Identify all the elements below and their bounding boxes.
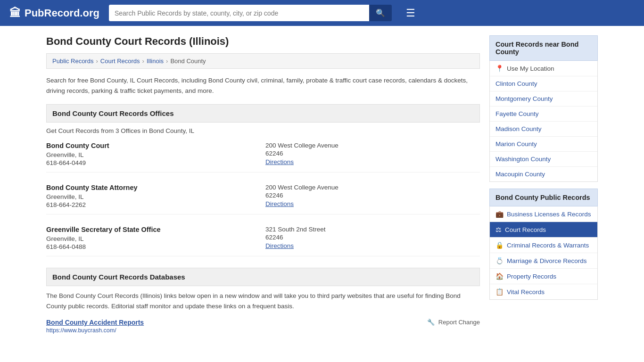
- sidebar-county-0[interactable]: Clinton County: [490, 76, 597, 91]
- office-city-3: Greenville, IL: [46, 235, 261, 242]
- offices-section-header: Bond County Court Records Offices: [46, 104, 480, 123]
- breadcrumb-court-records[interactable]: Court Records: [100, 58, 140, 65]
- logo[interactable]: 🏛 PubRecord.org: [9, 7, 99, 20]
- county-label-1: Montgomery County: [495, 95, 553, 102]
- breadcrumb-illinois[interactable]: Illinois: [147, 58, 164, 65]
- sidebar-court-records[interactable]: ⚖ Court Records: [490, 222, 597, 238]
- breadcrumb-current: Bond County: [170, 58, 206, 65]
- sidebar-marriage-records[interactable]: 💍 Marriage & Divorce Records: [490, 253, 597, 269]
- main-container: Bond County Court Records (Illinois) Pub…: [39, 26, 605, 343]
- report-change-icon: 🔧: [427, 319, 435, 326]
- logo-text: PubRecord.org: [25, 7, 99, 19]
- logo-icon: 🏛: [9, 7, 21, 20]
- vital-icon: 📋: [495, 288, 504, 296]
- public-records-list: 💼 Business Licenses & Records ⚖ Court Re…: [489, 206, 598, 300]
- report-change-label: Report Change: [438, 319, 480, 326]
- database-title-1[interactable]: Bond County Accident Reports: [46, 319, 144, 326]
- county-label-0: Clinton County: [495, 80, 537, 87]
- office-entry-2: Bond County State Attorney Greenville, I…: [46, 184, 480, 214]
- databases-description: The Bond County Court Records (Illinois)…: [46, 291, 480, 311]
- location-icon: 📍: [495, 65, 504, 72]
- sidebar-county-4[interactable]: Marion County: [490, 137, 597, 152]
- criminal-icon: 🔒: [495, 241, 504, 249]
- directions-link-2[interactable]: Directions: [265, 200, 294, 207]
- property-label: Property Records: [507, 273, 556, 280]
- databases-section-header: Bond County Court Records Databases: [46, 268, 480, 286]
- court-icon: ⚖: [495, 226, 502, 233]
- sidebar-county-5[interactable]: Washington County: [490, 152, 597, 167]
- sidebar-county-1[interactable]: Montgomery County: [490, 91, 597, 107]
- search-icon: 🔍: [376, 9, 385, 17]
- nearby-list: 📍 Use My Location Clinton County Montgom…: [489, 61, 598, 182]
- office-entry-3: Greenville Secretary of State Office Gre…: [46, 226, 480, 256]
- county-label-4: Marion County: [495, 140, 537, 148]
- sidebar-county-6[interactable]: Macoupin County: [490, 167, 597, 181]
- county-label-2: Fayette County: [495, 110, 539, 117]
- sidebar-property-records[interactable]: 🏠 Property Records: [490, 269, 597, 284]
- marriage-label: Marriage & Divorce Records: [507, 257, 587, 264]
- use-location-label: Use My Location: [507, 65, 554, 72]
- office-city-2: Greenville, IL: [46, 193, 261, 200]
- office-name-1: Bond County Court: [46, 142, 261, 149]
- sidebar-vital-records[interactable]: 📋 Vital Records: [490, 284, 597, 299]
- office-city-1: Greenville, IL: [46, 151, 261, 158]
- office-name-2: Bond County State Attorney: [46, 184, 261, 191]
- content-area: Bond County Court Records (Illinois) Pub…: [46, 35, 480, 334]
- office-zip-2: 62246: [265, 192, 480, 199]
- office-address-1: 200 West College Avenue: [265, 142, 480, 149]
- databases-section: Bond County Court Records Databases The …: [46, 268, 480, 334]
- breadcrumb-public-records[interactable]: Public Records: [52, 58, 93, 65]
- directions-link-3[interactable]: Directions: [265, 242, 294, 249]
- offices-count: Get Court Records from 3 Offices in Bond…: [46, 127, 480, 134]
- office-phone-1: 618-664-0449: [46, 159, 261, 166]
- report-change-button[interactable]: 🔧 Report Change: [427, 319, 480, 326]
- page-description: Search for free Bond County, IL Court Re…: [46, 75, 480, 96]
- search-bar: 🔍: [109, 5, 392, 21]
- county-label-6: Macoupin County: [495, 171, 545, 178]
- nearby-section-header: Court Records near Bond County: [489, 35, 598, 61]
- office-phone-3: 618-664-0488: [46, 243, 261, 250]
- office-phone-2: 618-664-2262: [46, 201, 261, 208]
- search-input[interactable]: [109, 5, 369, 21]
- office-address-3: 321 South 2nd Street: [265, 226, 480, 233]
- county-label-3: Madison County: [495, 125, 542, 132]
- use-my-location[interactable]: 📍 Use My Location: [490, 61, 597, 76]
- court-label: Court Records: [505, 226, 546, 233]
- county-label-5: Washington County: [495, 156, 551, 163]
- sidebar-county-3[interactable]: Madison County: [490, 122, 597, 137]
- database-url-1: https://www.buycrash.com/: [46, 327, 116, 334]
- breadcrumb: Public Records › Court Records › Illinoi…: [46, 53, 480, 69]
- office-entry-1: Bond County Court Greenville, IL 618-664…: [46, 142, 480, 173]
- menu-icon: ☰: [406, 7, 415, 19]
- criminal-label: Criminal Records & Warrants: [507, 242, 589, 249]
- public-records-section-header: Bond County Public Records: [489, 189, 598, 206]
- office-zip-1: 62246: [265, 150, 480, 157]
- header: 🏛 PubRecord.org 🔍 ☰: [0, 0, 644, 26]
- marriage-icon: 💍: [495, 257, 504, 264]
- office-address-2: 200 West College Avenue: [265, 184, 480, 191]
- sidebar-business-licenses[interactable]: 💼 Business Licenses & Records: [490, 206, 597, 222]
- office-name-3: Greenville Secretary of State Office: [46, 226, 261, 233]
- sidebar-county-2[interactable]: Fayette County: [490, 107, 597, 122]
- sidebar: Court Records near Bond County 📍 Use My …: [489, 35, 598, 334]
- business-label: Business Licenses & Records: [507, 211, 591, 218]
- directions-link-1[interactable]: Directions: [265, 158, 294, 165]
- sidebar-criminal-records[interactable]: 🔒 Criminal Records & Warrants: [490, 238, 597, 253]
- business-icon: 💼: [495, 210, 504, 218]
- database-entry-1: 🔧 Report Change Bond County Accident Rep…: [46, 319, 480, 334]
- page-title: Bond County Court Records (Illinois): [46, 35, 480, 48]
- menu-button[interactable]: ☰: [406, 7, 415, 19]
- property-icon: 🏠: [495, 272, 504, 280]
- vital-label: Vital Records: [507, 288, 545, 296]
- search-button[interactable]: 🔍: [369, 5, 392, 21]
- office-zip-3: 62246: [265, 234, 480, 241]
